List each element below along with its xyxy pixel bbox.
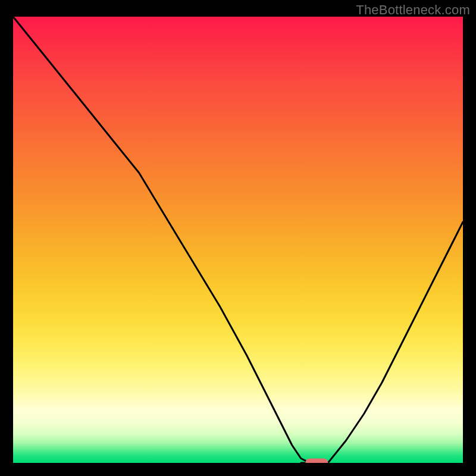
watermark-label: TheBottleneck.com xyxy=(356,2,470,18)
right-ascending-curve xyxy=(328,222,463,463)
curve-layer xyxy=(13,17,463,463)
left-descending-curve xyxy=(13,17,310,463)
plot-area xyxy=(13,17,463,463)
chart-frame: TheBottleneck.com xyxy=(0,0,476,476)
optimal-marker xyxy=(305,459,328,464)
